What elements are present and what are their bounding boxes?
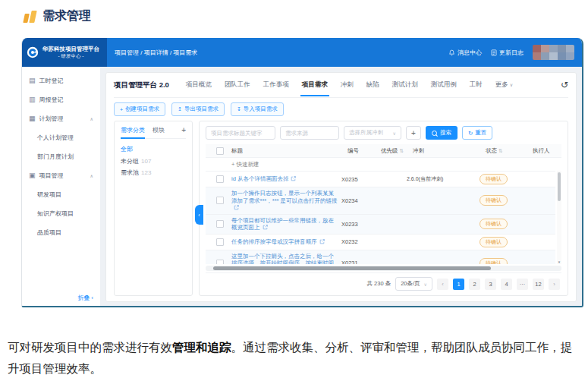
sidebar-item-weekly-report[interactable]: ▥ 周报登记: [22, 90, 100, 109]
requirement-link[interactable]: 任务的排序按字母或汉字拼音顺序: [231, 238, 325, 245]
sidebar-item-label: 工时登记: [39, 77, 64, 85]
requirement-sprint: 2.6.0(当前冲刺): [407, 175, 480, 183]
collapse-tree-handle[interactable]: ‹: [195, 205, 203, 225]
pagination: 共 230 条 20条/页 ∨ ‹ 1 2 3 4 ··· 12: [206, 272, 561, 295]
heading-bars-icon: [23, 11, 36, 23]
chevron-up-icon[interactable]: ∧: [90, 116, 93, 121]
prev-page-button[interactable]: ‹: [437, 279, 448, 290]
scroll-down-arrow-icon[interactable]: ▾: [557, 260, 561, 264]
tab-requirements[interactable]: 项目需求: [302, 74, 328, 96]
requirement-link[interactable]: 加一个操作日志按钮，显示一个列表某某添加了需求***，*** 是可以点击打开的链…: [231, 190, 338, 211]
next-page-button[interactable]: ›: [549, 279, 560, 290]
sidebar-item-project-management[interactable]: ▣ 项目管理 ∧: [22, 166, 100, 185]
column-status[interactable]: 状态⇅: [486, 147, 533, 155]
requirement-id: X0232: [341, 238, 375, 245]
import-requirement-label: 导入项目需求: [244, 105, 278, 113]
chevron-up-icon[interactable]: ∧: [90, 173, 93, 178]
sidebar-item-quality-project[interactable]: 品质项目: [22, 223, 100, 242]
sidebar-item-label: 周报登记: [39, 96, 64, 104]
page-size-label: 20条/页: [401, 280, 420, 288]
page-button-3[interactable]: 3: [485, 279, 496, 290]
table-row[interactable]: id 从各个详情画面去掉 X0235 2.6.0(当前冲刺) 待确认: [206, 171, 555, 187]
select-all-checkbox[interactable]: [216, 147, 224, 155]
row-checkbox[interactable]: [216, 220, 224, 228]
back-icon[interactable]: ↺: [561, 80, 568, 90]
row-checkbox[interactable]: [216, 238, 224, 246]
vertical-scrollbar[interactable]: ▾: [557, 171, 561, 264]
category-pool[interactable]: 需求池123: [121, 167, 186, 178]
row-checkbox[interactable]: [216, 175, 224, 183]
category-panel: 需求分类 模块 + 全部 未分组107 需求池123: [114, 121, 193, 296]
scrollbar-thumb[interactable]: [558, 172, 561, 201]
external-link-icon: [263, 225, 268, 230]
category-ungrouped[interactable]: 未分组107: [121, 156, 186, 167]
page-button-2[interactable]: 2: [469, 279, 480, 290]
tab-more[interactable]: 更多∨: [495, 74, 513, 96]
keyword-input[interactable]: [206, 126, 275, 140]
table-row[interactable]: 每个项目都可以维护一些常用链接，放在概览页面上 X0233 待确认: [206, 214, 555, 234]
search-button[interactable]: 搜索: [426, 126, 458, 140]
table-row[interactable]: 加一个操作日志按钮，显示一个列表某某添加了需求***，*** 是可以点击打开的链…: [206, 187, 555, 214]
source-input[interactable]: [280, 126, 339, 140]
sidebar-item-timesheet[interactable]: ▤ 工时登记: [22, 71, 100, 90]
toolbar: + 创建项目需求 ↥ 导出项目需求 ↧ 导入项目需求: [114, 98, 568, 121]
import-requirement-button[interactable]: ↧ 导入项目需求: [231, 102, 284, 116]
quick-create-button[interactable]: + 快速新建: [206, 158, 561, 171]
row-checkbox[interactable]: [216, 260, 224, 264]
logo-section[interactable]: 华苏科技项目管理平台 - 研发中心 -: [22, 38, 107, 67]
tab-overview[interactable]: 项目概览: [186, 74, 212, 96]
page-button-12[interactable]: 12: [533, 279, 544, 290]
tab-defects[interactable]: 缺陷: [366, 74, 379, 96]
sidebar-collapse-button[interactable]: 折叠 ‹: [77, 294, 93, 302]
status-badge: 待确认: [480, 174, 508, 184]
sidebar-item-ip-project[interactable]: 知识产权项目: [22, 204, 100, 223]
sidebar-item-label: 项目管理: [39, 172, 64, 180]
column-priority[interactable]: 优先级⇅: [381, 147, 413, 155]
page-button-4[interactable]: 4: [501, 279, 512, 290]
chevron-down-icon: ∨: [393, 131, 396, 136]
tab-work-items[interactable]: 工作事项: [263, 74, 289, 96]
requirement-link[interactable]: 每个项目都可以维护一些常用链接，放在概览页面上: [231, 217, 334, 231]
table-row[interactable]: 任务的排序按字母或汉字拼音顺序 X0232 待确认: [206, 234, 555, 250]
tab-sprint[interactable]: 冲刺: [341, 74, 354, 96]
user-avatar-blurred[interactable]: [533, 45, 574, 60]
main-area: 项目管理平台 2.0 项目概览 团队工作 工作事项 项目需求 冲刺 缺陷 测试计…: [100, 67, 582, 307]
column-executor: 执行人: [533, 147, 561, 155]
tab-test-plan[interactable]: 测试计划: [392, 74, 418, 96]
page-heading: 需求管理: [24, 8, 91, 24]
sidebar-item-personal-plan[interactable]: 个人计划管理: [22, 128, 100, 147]
changelog-button[interactable]: 更新日志: [491, 49, 524, 57]
status-badge: 待确认: [480, 195, 508, 206]
export-requirement-button[interactable]: ↥ 导出项目需求: [171, 102, 225, 116]
tab-requirement-category[interactable]: 需求分类: [121, 126, 145, 134]
add-category-button[interactable]: +: [181, 127, 186, 134]
tab-test-case[interactable]: 测试用例: [431, 74, 457, 96]
sidebar-item-plan-management[interactable]: ▦ 计划管理 ∧: [22, 109, 100, 128]
category-label: 未分组: [121, 158, 139, 165]
row-checkbox[interactable]: [216, 197, 224, 204]
table-row[interactable]: 这里加一个下拉箭头，点击之后，给一个排序选项，按开始时间倒序，按结束时间倒序 X…: [206, 250, 555, 265]
reset-icon: ↻: [468, 130, 473, 137]
scrollbar-thumb[interactable]: [213, 266, 491, 270]
plus-icon: +: [120, 107, 123, 112]
sidebar-item-rd-project[interactable]: 研发项目: [22, 185, 100, 204]
message-center-button[interactable]: 消息中心: [448, 49, 482, 57]
sidebar-item-dept-monthly-plan[interactable]: 部门月度计划: [22, 147, 100, 166]
page-size-select[interactable]: 20条/页 ∨: [395, 277, 432, 291]
requirement-link[interactable]: 这里加一个下拉箭头，点击之后，给一个排序选项，按开始时间倒序，按结束时间倒序: [231, 253, 334, 265]
tab-module[interactable]: 模块: [153, 126, 165, 134]
page-button-1[interactable]: 1: [453, 279, 464, 290]
collapse-arrow-icon: ‹: [91, 294, 93, 301]
create-requirement-label: 创建项目需求: [125, 105, 159, 113]
sprint-select[interactable]: 选择所属冲刺 ∨: [344, 126, 401, 140]
tab-team-work[interactable]: 团队工作: [225, 74, 250, 96]
add-filter-button[interactable]: +: [406, 126, 421, 140]
logo-text: 华苏科技项目管理平台 - 研发中心 -: [42, 46, 99, 60]
category-all[interactable]: 全部: [121, 145, 186, 153]
create-requirement-button[interactable]: + 创建项目需求: [114, 102, 165, 116]
horizontal-scrollbar[interactable]: [206, 266, 561, 271]
requirement-link[interactable]: id 从各个详情画面去掉: [231, 175, 296, 182]
tab-timesheet[interactable]: 工时: [470, 74, 483, 96]
page-ellipsis[interactable]: ···: [517, 279, 528, 290]
reset-button[interactable]: ↻ 重置: [462, 126, 492, 140]
